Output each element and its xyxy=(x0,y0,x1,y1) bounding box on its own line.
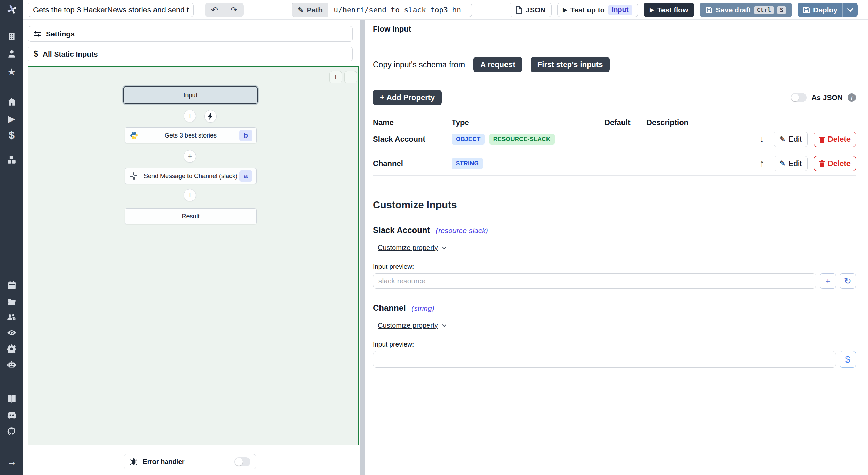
customize-property-toggle[interactable]: Customize property xyxy=(378,244,438,252)
dollar-icon: $ xyxy=(34,49,38,59)
plus-icon: + xyxy=(188,111,192,120)
error-handler-toggle[interactable] xyxy=(234,457,250,466)
sidebar-item-groups[interactable] xyxy=(0,310,23,324)
panel-scrollbar[interactable] xyxy=(360,20,365,475)
redo-button[interactable]: ↷ xyxy=(224,3,244,17)
info-icon: i xyxy=(848,93,856,102)
redo-icon: ↷ xyxy=(231,5,237,15)
flow-node-result[interactable]: Result xyxy=(125,208,257,224)
refresh-icon: ↻ xyxy=(844,276,851,286)
test-up-to-button[interactable]: ▶ Test up to Input xyxy=(557,3,639,17)
save-draft-button[interactable]: Save draft Ctrl S xyxy=(700,3,792,17)
delete-button[interactable]: Delete xyxy=(814,132,856,147)
sidebar-item-runs[interactable]: ▶ xyxy=(0,112,23,126)
insert-step-button[interactable]: + xyxy=(184,189,196,201)
user-icon xyxy=(7,49,16,58)
sidebar-item-discord[interactable] xyxy=(0,408,23,422)
deploy-button[interactable]: Deploy xyxy=(798,3,842,17)
customize-property-box: Customize property xyxy=(373,317,856,334)
document-icon xyxy=(516,6,523,14)
flow-node-step-a[interactable]: Send Message to Channel (slack) a xyxy=(125,168,257,184)
table-header-row: Name Type Default Description xyxy=(373,118,856,127)
windmill-logo-icon xyxy=(6,4,18,16)
robot-icon xyxy=(7,360,17,369)
dollar-icon: $ xyxy=(9,129,15,141)
type-badge: RESOURCE-SLACK xyxy=(489,134,555,145)
copy-schema-request-button[interactable]: A request xyxy=(473,57,522,72)
json-button[interactable]: JSON xyxy=(510,3,551,17)
add-resource-button[interactable]: + xyxy=(820,273,836,289)
path-input[interactable] xyxy=(328,3,472,17)
sidebar-item-docs[interactable] xyxy=(0,392,23,406)
play-icon: ▶ xyxy=(650,7,654,13)
col-type: Type xyxy=(452,118,604,127)
sidebar-item-favorites[interactable]: ★ xyxy=(0,65,23,79)
zoom-in-button[interactable]: + xyxy=(329,71,342,83)
arrow-right-icon: → xyxy=(7,456,17,467)
windmill-logo[interactable] xyxy=(0,0,23,20)
add-property-button[interactable]: + Add Property xyxy=(373,90,442,105)
insert-step-button[interactable]: + xyxy=(184,110,196,122)
eye-icon xyxy=(7,328,17,338)
sidebar-item-schedules[interactable] xyxy=(0,278,23,292)
slack-account-preview-input[interactable] xyxy=(373,273,816,289)
insert-variable-button[interactable]: $ xyxy=(840,351,856,368)
channel-preview-input[interactable] xyxy=(373,351,836,368)
flow-editor-panel: Settings $ All Static Inputs + − Input +… xyxy=(23,20,360,475)
minus-icon: − xyxy=(348,72,353,82)
settings-button[interactable]: Settings xyxy=(28,26,353,42)
plus-icon: + xyxy=(188,191,192,200)
test-flow-button[interactable]: ▶ Test flow xyxy=(644,3,694,17)
json-button-label: JSON xyxy=(526,6,545,14)
bolt-icon xyxy=(208,113,213,120)
sidebar-item-user[interactable] xyxy=(0,47,23,61)
sidebar-collapse-button[interactable]: → xyxy=(0,455,23,469)
move-up-button[interactable]: ↑ xyxy=(760,158,765,169)
deploy-dropdown-button[interactable] xyxy=(842,3,858,17)
topbar-actions: JSON ▶ Test up to Input ▶ Test flow Save… xyxy=(510,3,858,17)
undo-button[interactable]: ↶ xyxy=(205,3,224,17)
dollar-icon: $ xyxy=(845,355,850,365)
flow-canvas[interactable]: + − Input + Gets 3 best stories b + Send xyxy=(28,66,359,445)
all-static-inputs-button[interactable]: $ All Static Inputs xyxy=(28,47,353,61)
sliders-icon xyxy=(34,30,41,38)
trash-icon xyxy=(819,136,825,143)
add-property-label: Add Property xyxy=(386,93,435,102)
as-json-toggle[interactable] xyxy=(791,93,807,102)
toggle-knob xyxy=(235,458,243,466)
sidebar-item-workspace[interactable] xyxy=(0,30,23,43)
flow-title-input[interactable] xyxy=(28,3,194,17)
settings-label: Settings xyxy=(46,30,75,38)
zoom-out-button[interactable]: − xyxy=(344,71,357,83)
type-badge: STRING xyxy=(452,158,483,169)
all-static-inputs-label: All Static Inputs xyxy=(43,50,98,58)
sidebar-item-home[interactable] xyxy=(0,95,23,109)
refresh-button[interactable]: ↻ xyxy=(840,273,856,289)
arrow-down-icon: ↓ xyxy=(760,134,765,144)
delete-button[interactable]: Delete xyxy=(814,156,856,171)
customize-property-toggle[interactable]: Customize property xyxy=(378,322,438,330)
flow-node-step-b[interactable]: Gets 3 best stories b xyxy=(125,127,257,143)
customize-property-box: Customize property xyxy=(373,239,856,256)
path-group: ✎ Path xyxy=(292,3,472,17)
copy-schema-first-step-button[interactable]: First step's inputs xyxy=(531,57,610,72)
sidebar-item-settings[interactable] xyxy=(0,342,23,356)
flow-node-input[interactable]: Input xyxy=(123,86,258,104)
edit-button[interactable]: ✎ Edit xyxy=(774,132,808,147)
add-trigger-button[interactable] xyxy=(204,110,217,123)
play-icon: ▶ xyxy=(8,114,15,124)
sidebar-item-audit-logs[interactable] xyxy=(0,326,23,340)
edit-button[interactable]: ✎ Edit xyxy=(774,156,808,171)
move-down-button[interactable]: ↓ xyxy=(760,134,765,144)
topbar: ↶ ↷ ✎ Path JSON ▶ Test up to Input ▶ Tes… xyxy=(0,0,868,20)
bug-icon xyxy=(130,458,138,466)
table-row: Channel STRING ↑ ✎ Edit Delete xyxy=(373,151,856,176)
sidebar-item-variables[interactable]: $ xyxy=(0,128,23,142)
sidebar-item-workers[interactable] xyxy=(0,358,23,372)
insert-step-button[interactable]: + xyxy=(184,150,196,162)
error-handler-row[interactable]: Error handler xyxy=(124,454,256,469)
sidebar-item-folders[interactable] xyxy=(0,294,23,308)
users-gear-icon xyxy=(7,312,17,322)
sidebar-item-resources[interactable] xyxy=(0,152,23,166)
sidebar-item-github[interactable] xyxy=(0,425,23,439)
